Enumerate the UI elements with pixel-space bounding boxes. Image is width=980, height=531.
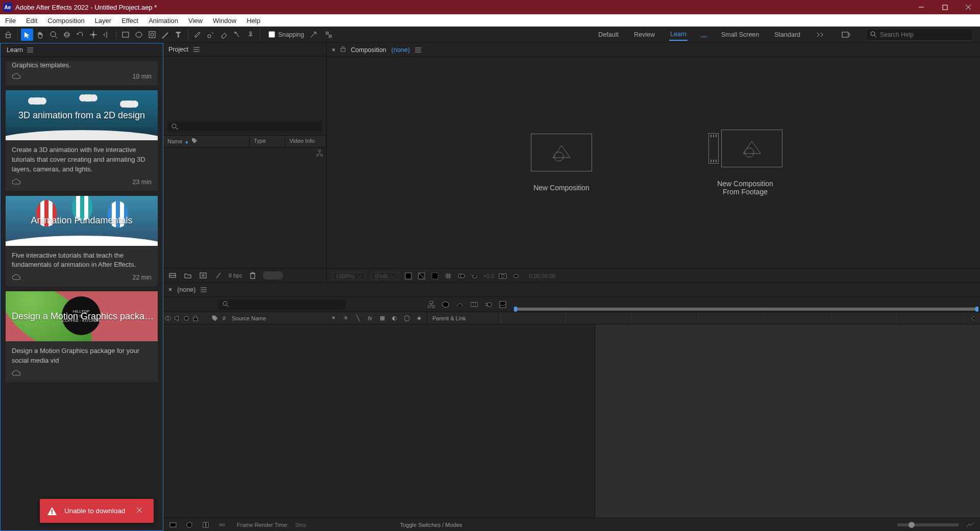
solo-col-icon[interactable] [182,314,191,323]
col-type[interactable]: Type [250,136,285,147]
draft3d-icon[interactable] [441,300,450,309]
time-ruler[interactable] [498,312,980,324]
show-snapshot-icon[interactable] [511,271,521,281]
ellipse-tool-icon[interactable] [133,29,145,41]
shy-switch-icon[interactable]: ✶ [329,314,338,323]
grid-icon[interactable] [444,271,453,281]
adjust-switch-icon[interactable]: ◯ [402,314,411,323]
timeline-panel-menu-icon[interactable] [201,287,207,293]
menu-edit[interactable]: Edit [21,14,42,27]
workspace-default[interactable]: Default [597,29,620,40]
toggle-switches-modes[interactable]: Toggle Switches / Modes [400,522,462,528]
label-icon[interactable] [191,138,198,145]
resolution-dropdown[interactable]: (Full) [370,272,399,280]
toggle-switch4-icon[interactable] [217,520,227,529]
collapse-switch-icon[interactable]: ✳ [341,314,350,323]
workspace-standard[interactable]: Standard [773,29,801,40]
anchor-tool-icon[interactable] [87,29,100,41]
learn-card[interactable]: 3D animation from a 2D design Create a 3… [6,90,158,191]
search-help-input[interactable] [880,31,968,38]
mask-tool-icon[interactable] [146,29,158,41]
col-video[interactable]: Video Info [285,136,326,147]
project-panel-menu-icon[interactable] [193,46,200,53]
menu-composition[interactable]: Composition [42,14,89,27]
new-composition-from-footage-button[interactable]: New Composition From Footage [689,130,801,196]
transparency-grid-icon[interactable] [404,271,413,281]
new-composition-button[interactable]: New Composition [505,134,618,192]
expand-pane-icon[interactable] [969,314,978,323]
bpc-label[interactable]: 8 bpc [229,272,242,279]
learn-tab[interactable]: Learn [7,46,23,54]
region-icon[interactable] [430,271,439,281]
learn-card[interactable]: HILLTOP◎COFFEE · KITCHEN Design a Motion… [6,291,158,382]
3d-switch-icon[interactable]: ◈ [414,314,424,323]
learn-card[interactable]: Graphics templates. 10 min [6,61,158,85]
new-comp-icon[interactable] [198,270,208,281]
exposure-value[interactable]: +0.0 [483,273,495,279]
col-parent-link[interactable]: Parent & Link [427,312,498,324]
trash-icon[interactable] [248,270,258,281]
project-tab[interactable]: Project [168,46,188,53]
timeline-zoom-slider[interactable] [897,523,959,526]
menu-effect[interactable]: Effect [116,14,143,27]
learn-card[interactable]: Animation Fundamentals Five interactive … [6,196,158,287]
adjust-icon[interactable] [213,270,224,281]
maximize-button[interactable] [933,0,957,14]
snap-opt1-icon[interactable] [307,29,320,41]
rotation-tool-icon[interactable] [74,29,86,41]
selection-tool-icon[interactable] [21,29,33,41]
toast-close-icon[interactable] [132,505,146,517]
eye-col-icon[interactable] [163,314,173,323]
workspace-review[interactable]: Review [633,29,656,40]
graph-editor-icon[interactable] [498,300,507,309]
sort-asc-icon[interactable]: ▴ [185,138,188,145]
hand-tool-icon[interactable] [34,29,46,41]
menu-file[interactable]: File [0,14,21,27]
menu-animation[interactable]: Animation [143,14,183,27]
workspace-smallscreen[interactable]: Small Screen [720,29,760,40]
toggle-switch2-icon[interactable] [185,520,194,529]
motion-blur-icon[interactable] [484,300,493,309]
snapping-checkbox[interactable] [268,31,275,38]
fx-switch-icon[interactable]: fx [365,314,375,323]
timeline-state[interactable]: (none) [177,286,195,293]
snapshot-icon[interactable] [498,271,507,281]
clone-tool-icon[interactable] [205,29,217,41]
toggle-switch3-icon[interactable] [201,520,210,529]
toggle-switch1-icon[interactable] [168,520,178,529]
col-source-name[interactable]: Source Name [229,315,326,321]
snap-opt2-icon[interactable] [323,29,335,41]
motionblur-switch-icon[interactable]: ◐ [390,314,399,323]
audio-col-icon[interactable] [173,314,182,323]
col-hash[interactable]: # [219,315,229,321]
menu-help[interactable]: Help [241,14,265,27]
folder-icon[interactable] [183,270,193,281]
menu-layer[interactable]: Layer [90,14,117,27]
zoom-tool-icon[interactable] [47,29,60,41]
timeline-close-icon[interactable]: × [168,286,172,293]
mask-view-icon[interactable] [417,271,426,281]
puppet-tool-icon[interactable] [244,29,257,41]
flowchart-icon[interactable] [316,149,323,159]
workspace-learn-menu-icon[interactable] [701,32,707,38]
text-tool-icon[interactable]: T [173,29,185,41]
col-name[interactable]: Name [167,138,182,144]
pen-tool-icon[interactable] [159,29,172,41]
frame-blend-icon[interactable] [470,300,479,309]
brush-tool-icon[interactable] [191,29,204,41]
shy-icon[interactable] [455,300,464,309]
quality-switch-icon[interactable]: ╲ [353,314,362,323]
project-search[interactable] [167,121,322,132]
learn-panel-menu-icon[interactable] [27,47,33,53]
workspace-learn[interactable]: Learn [669,29,688,41]
channel-icon[interactable] [457,271,466,281]
pan-behind-tool-icon[interactable] [101,29,113,41]
label-col-icon[interactable] [210,314,219,323]
timecode-display[interactable]: 0:00:00:00 [529,273,555,279]
composition-tab[interactable]: Composition [351,46,386,54]
home-tool-icon[interactable] [2,29,14,41]
rectangle-tool-icon[interactable] [119,29,132,41]
workspace-overflow-icon[interactable] [815,29,827,41]
search-help[interactable] [866,29,973,41]
menu-view[interactable]: View [183,14,208,27]
